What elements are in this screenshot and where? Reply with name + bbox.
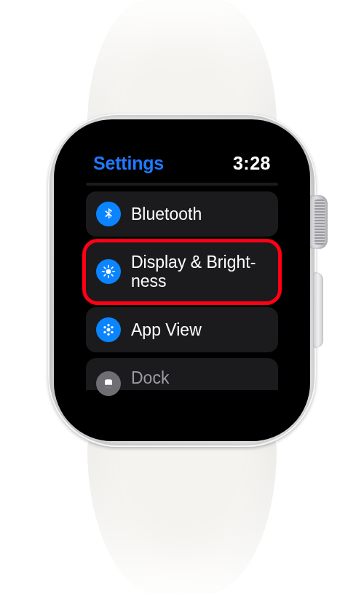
digital-crown[interactable] xyxy=(309,195,328,249)
svg-line-5 xyxy=(104,268,106,269)
settings-row-bluetooth[interactable]: Bluetooth xyxy=(86,191,278,237)
svg-point-0 xyxy=(106,269,111,274)
svg-line-6 xyxy=(111,275,113,277)
svg-rect-17 xyxy=(105,385,112,388)
row-label: Dock xyxy=(131,368,169,387)
svg-point-13 xyxy=(111,331,113,333)
row-label: App View xyxy=(131,320,202,339)
settings-row-dock[interactable]: Dock xyxy=(86,358,278,390)
row-label: Bluetooth xyxy=(131,205,202,223)
settings-row-app-view[interactable]: App View xyxy=(86,307,278,352)
app-view-icon xyxy=(96,317,121,342)
svg-point-9 xyxy=(107,328,111,331)
side-button[interactable] xyxy=(313,272,323,348)
dock-icon xyxy=(96,371,121,396)
svg-point-12 xyxy=(103,331,106,333)
svg-line-7 xyxy=(104,275,106,277)
bluetooth-icon xyxy=(96,202,121,226)
svg-point-11 xyxy=(111,326,113,328)
screen-title[interactable]: Settings xyxy=(93,153,164,174)
settings-list: Bluetooth Display & Bright­ness App View… xyxy=(77,189,287,390)
settings-row-display-brightness[interactable]: Display & Bright­ness xyxy=(86,242,278,301)
row-label: Display & Bright­ness xyxy=(131,253,268,291)
svg-line-8 xyxy=(111,268,113,269)
svg-point-15 xyxy=(107,333,109,335)
brightness-icon xyxy=(96,259,121,284)
watch-screen: Settings 3:28 Bluetooth Display & Bright… xyxy=(77,143,287,418)
watch-band-bottom xyxy=(87,427,277,594)
svg-point-14 xyxy=(107,324,109,326)
svg-point-10 xyxy=(103,326,106,328)
clock: 3:28 xyxy=(233,153,271,174)
watch-case: Settings 3:28 Bluetooth Display & Bright… xyxy=(48,114,316,447)
status-bar: Settings 3:28 xyxy=(77,143,287,180)
list-separator xyxy=(86,183,278,186)
